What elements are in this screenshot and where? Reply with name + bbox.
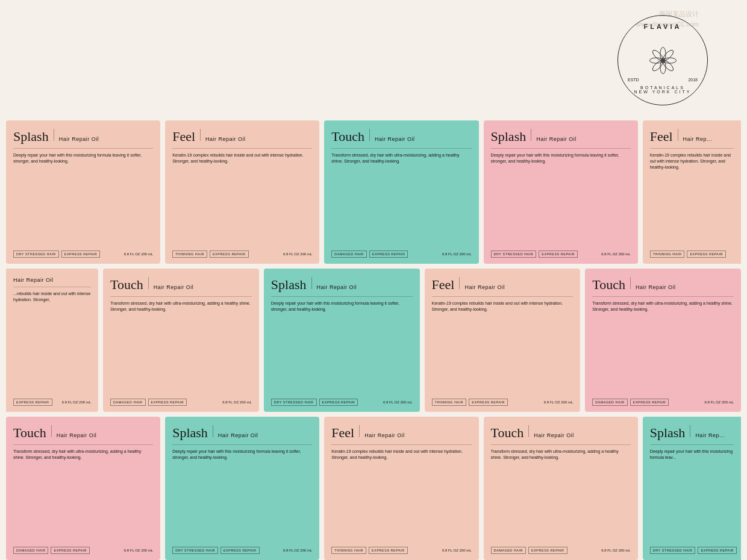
card-title: Hair Repair Oil bbox=[375, 136, 415, 142]
card-header: Splash Hair Repair Oil bbox=[271, 277, 413, 297]
tag-hair-type: DAMAGED HAIR bbox=[331, 250, 366, 258]
card-divider bbox=[51, 425, 52, 437]
tag-hair-type: THINNING HAIR bbox=[331, 547, 366, 554]
card-footer: DAMAGED HAIR EXPRESS REPAIR 6.8 FL OZ 20… bbox=[13, 547, 153, 554]
card-volume: 6.8 FL OZ 200 mL bbox=[601, 549, 630, 552]
card-divider bbox=[213, 425, 213, 437]
card-touch-1: Touch Hair Repair Oil Transform stressed… bbox=[324, 120, 478, 264]
card-brand: Feel bbox=[432, 277, 455, 293]
card-touch-5: Touch Hair Repair Oil Transform stressed… bbox=[484, 417, 638, 560]
card-desc: Transform stressed, dry hair with ultra-… bbox=[331, 152, 471, 246]
card-footer: DRY STRESSED HAIR EXPRESS REPAIR 6.8 FL … bbox=[13, 250, 153, 258]
card-desc: Deeply repair your hair with this moistu… bbox=[491, 152, 631, 246]
card-title: Hair Repair Oil bbox=[218, 432, 258, 438]
card-header: Hair Repair Oil bbox=[13, 277, 91, 287]
card-feel-1: Feel Hair Repair Oil Keratin-19 complex … bbox=[165, 120, 319, 264]
logo-area: FLAVIA ESTD 2018 BOTANICALSNEW YORK CITY bbox=[614, 12, 711, 108]
card-header: Splash Hair Rep... bbox=[650, 425, 734, 445]
card-volume: 6.8 FL OZ 200 mL bbox=[544, 400, 573, 404]
svg-point-6 bbox=[661, 48, 675, 61]
tag-hair-type: DAMAGED HAIR bbox=[491, 547, 526, 554]
card-brand: Splash bbox=[271, 277, 307, 293]
card-footer: DAMAGED HAIR EXPRESS REPAIR 6.8 FL OZ 20… bbox=[491, 547, 631, 554]
card-title: Hair Repair Oil bbox=[13, 277, 54, 283]
tag-repair: EXPRESS REPAIR bbox=[13, 399, 52, 406]
tag-hair-type: DRY STRESSED HAIR bbox=[650, 547, 696, 554]
card-desc: ...rebuilds hair inside and out with int… bbox=[13, 291, 91, 394]
card-footer: THINNING HAIR EXPRESS REPAIR bbox=[650, 250, 734, 258]
card-title: Hair Repair Oil bbox=[59, 136, 99, 142]
logo-est: ESTD bbox=[628, 78, 639, 82]
card-volume: 6.8 FL OZ 200 mL bbox=[124, 549, 153, 552]
card-header: Splash Hair Repair Oil bbox=[491, 129, 631, 149]
card-splash-2: Splash Hair Repair Oil Deeply repair you… bbox=[484, 120, 638, 264]
card-volume: 6.8 FL OZ 200 mL bbox=[705, 400, 734, 404]
card-brand: Feel bbox=[331, 425, 354, 441]
card-header: Feel Hair Repair Oil bbox=[432, 277, 574, 297]
card-brand: Touch bbox=[13, 425, 46, 441]
svg-point-4 bbox=[651, 48, 664, 61]
card-brand: Touch bbox=[592, 277, 625, 293]
card-title: Hair Repair Oil bbox=[534, 432, 574, 438]
card-header: Touch Hair Repair Oil bbox=[592, 277, 734, 297]
card-divider bbox=[459, 277, 460, 289]
card-feel-partial-left: Hair Repair Oil ...rebuilds hair inside … bbox=[6, 269, 98, 412]
card-header: Splash Hair Repair Oil bbox=[172, 425, 312, 445]
card-desc: Deeply repair your hair with this moistu… bbox=[172, 449, 312, 542]
card-splash-1: Splash Hair Repair Oil Deeply repair you… bbox=[6, 120, 160, 264]
card-footer: EXPRESS REPAIR 6.8 FL OZ 200 mL bbox=[13, 399, 91, 406]
card-desc: Deeply repair your hair with this moistu… bbox=[650, 449, 734, 542]
card-title: Hair Repair Oil bbox=[57, 432, 97, 438]
card-volume: 6.8 FL OZ 200 mL bbox=[601, 252, 630, 256]
card-header: Touch Hair Repair Oil bbox=[331, 129, 471, 149]
tag-hair-type: DRY STRESSED HAIR bbox=[13, 250, 59, 258]
card-title: Hair Repair Oil bbox=[536, 136, 577, 142]
card-title: Hair Repair Oil bbox=[464, 284, 505, 290]
card-volume: 6.8 FL OZ 200 mL bbox=[283, 252, 312, 256]
tag-repair: EXPRESS REPAIR bbox=[369, 250, 408, 258]
card-footer: THINNING HAIR EXPRESS REPAIR 6.8 FL OZ 2… bbox=[331, 547, 471, 554]
card-volume: 6.8 FL OZ 200 mL bbox=[283, 549, 312, 552]
card-header: Touch Hair Repair Oil bbox=[491, 425, 631, 445]
card-title: Hair Repair Oil bbox=[205, 136, 246, 142]
tag-repair: EXPRESS REPAIR bbox=[630, 399, 669, 406]
tag-repair: EXPRESS REPAIR bbox=[687, 250, 726, 258]
card-divider bbox=[528, 425, 529, 437]
svg-point-7 bbox=[651, 59, 664, 72]
card-volume: 6.8 FL OZ 200 mL bbox=[383, 400, 412, 404]
card-brand: Feel bbox=[172, 129, 195, 145]
card-desc: Deeply repair your hair with this moistu… bbox=[271, 300, 413, 394]
card-touch-2: Touch Hair Repair Oil Transform stressed… bbox=[103, 269, 259, 412]
card-title: Hair Rep... bbox=[683, 136, 713, 142]
tag-repair: EXPRESS REPAIR bbox=[210, 250, 249, 258]
tag-hair-type: DRY STRESSED HAIR bbox=[491, 250, 537, 258]
card-splash-4: Splash Hair Repair Oil Deeply repair you… bbox=[165, 417, 319, 560]
svg-point-5 bbox=[661, 59, 675, 72]
card-desc: Keratin-19 complex rebuilds hair inside … bbox=[650, 152, 734, 246]
card-brand: Touch bbox=[331, 129, 364, 145]
card-touch-3: Touch Hair Repair Oil Transform stressed… bbox=[585, 269, 741, 412]
card-volume: 6.8 FL OZ 200 mL bbox=[442, 252, 471, 256]
card-desc: Keratin-19 complex rebuilds hair inside … bbox=[331, 449, 471, 542]
card-footer: THINNING HAIR EXPRESS REPAIR 6.8 FL OZ 2… bbox=[172, 250, 312, 258]
tag-repair: EXPRESS REPAIR bbox=[528, 547, 567, 554]
card-volume: 6.8 FL OZ 200 mL bbox=[62, 400, 91, 404]
card-volume: 6.8 FL OZ 200 mL bbox=[124, 252, 153, 256]
tag-hair-type: THINNING HAIR bbox=[432, 399, 467, 406]
card-volume: 6.8 FL OZ 200 mL bbox=[442, 549, 471, 552]
tag-repair: EXPRESS REPAIR bbox=[51, 547, 90, 554]
card-brand: Splash bbox=[172, 425, 208, 441]
tag-repair: EXPRESS REPAIR bbox=[698, 547, 737, 554]
tag-repair: EXPRESS REPAIR bbox=[369, 547, 408, 554]
card-desc: Transform stressed, dry hair with ultra-… bbox=[491, 449, 631, 542]
tag-repair: EXPRESS REPAIR bbox=[469, 399, 508, 406]
logo-brand: FLAVIA bbox=[644, 23, 682, 30]
card-brand: Touch bbox=[491, 425, 524, 441]
card-footer: DAMAGED HAIR EXPRESS REPAIR 6.8 FL OZ 20… bbox=[331, 250, 471, 258]
card-desc: Keratin-19 complex rebuilds hair inside … bbox=[432, 300, 574, 394]
card-footer: DRY STRESSED HAIR EXPRESS REPAIR 6.8 FL … bbox=[172, 547, 312, 554]
card-footer: DAMAGED HAIR EXPRESS REPAIR 6.8 FL OZ 20… bbox=[592, 399, 734, 406]
card-divider bbox=[678, 129, 678, 141]
card-divider bbox=[690, 425, 690, 437]
tag-hair-type: DAMAGED HAIR bbox=[592, 399, 627, 406]
